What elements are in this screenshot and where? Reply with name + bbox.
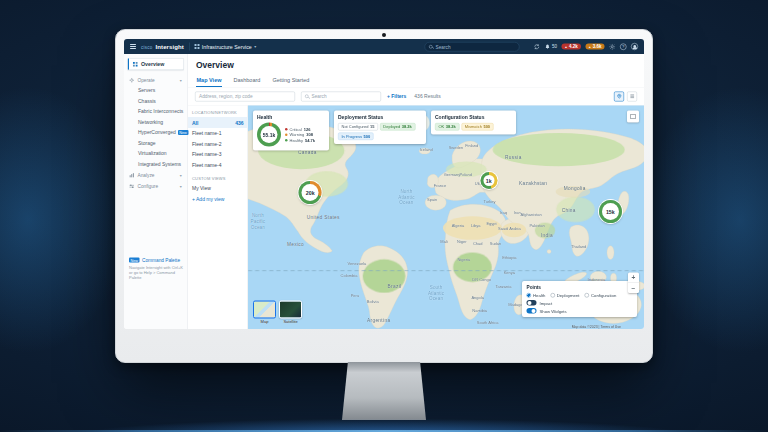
legend-dot (285, 133, 288, 136)
status-chip: In Progress 500 (338, 133, 374, 141)
monitor-stand (342, 362, 426, 420)
custom-view-item[interactable]: My View (188, 183, 248, 194)
sidebar-section-operate[interactable]: Operate ▼ (124, 74, 188, 85)
sidebar-item[interactable]: Servers (124, 85, 188, 96)
tab[interactable]: Map View (196, 75, 222, 87)
monitor-chin (124, 329, 644, 362)
satellite-thumbnail (279, 301, 302, 319)
fleet-item[interactable]: Fleet name-2 (188, 139, 248, 150)
toggle-row[interactable]: Show Widgets (527, 308, 633, 314)
chevron-down-icon: ▼ (179, 185, 182, 189)
help-icon[interactable]: ? (620, 43, 627, 50)
toggle-row[interactable]: Impact (527, 300, 633, 306)
map-thumbnail (253, 301, 276, 319)
warning-alarms-badge[interactable]: ▲ 3.6k (585, 44, 604, 50)
custom-views-header: CUSTOM VIEWS (188, 174, 248, 183)
points-option[interactable]: Deployment (550, 293, 579, 298)
points-option[interactable]: Health (527, 293, 546, 298)
cluster-marker[interactable]: 15k (599, 200, 622, 223)
brand: cisco Intersight (141, 43, 184, 50)
intersight-app: cisco Intersight Infrastructure Service … (124, 39, 644, 329)
search-icon (429, 45, 433, 49)
points-panel: Points Health Deployment (522, 281, 637, 317)
sidebar-item[interactable]: Chassis (124, 96, 188, 107)
fleet-item[interactable]: Fleet name-4 (188, 160, 248, 171)
points-title: Points (527, 285, 633, 291)
health-card: Health 55.1k Crit (253, 111, 329, 151)
tab-list: Map ViewDashboardGetting Started (188, 75, 644, 88)
legend-row: Warning 308 (285, 132, 315, 137)
health-total: 55.1k (263, 132, 276, 138)
configure-icon (129, 184, 135, 190)
sidebar-item-overview[interactable]: Overview (128, 58, 185, 70)
divider (189, 43, 190, 51)
configuration-card-title: Configuration Status (435, 115, 512, 121)
alert-icon: ▲ (565, 45, 568, 48)
refresh-icon[interactable] (534, 43, 541, 50)
fleet-item[interactable]: Fleet name-1 (188, 128, 248, 139)
address-input[interactable]: Address, region, zip code (195, 91, 295, 101)
zoom-in-button[interactable]: + (628, 273, 639, 283)
global-search-input[interactable]: Search (425, 42, 520, 52)
main-content: Overview Map ViewDashboardGetting Starte… (188, 54, 644, 329)
new-badge: New (178, 130, 189, 135)
radio-icon (527, 293, 532, 298)
zoom-out-button[interactable]: − (628, 283, 639, 293)
menu-icon[interactable] (130, 44, 136, 49)
toggle-switch[interactable] (527, 308, 537, 314)
fleet-item[interactable]: Fleet name-3 (188, 149, 248, 160)
status-chip: Not Configured 15 (338, 123, 378, 131)
user-avatar[interactable] (631, 43, 638, 50)
sidebar-item[interactable]: Virtualization (124, 148, 188, 159)
results-count: 436 Results (414, 94, 440, 100)
apps-grid-icon (194, 44, 199, 49)
tab[interactable]: Getting Started (272, 75, 310, 87)
fullscreen-icon (631, 114, 636, 119)
chevron-down-icon: ▾ (254, 44, 256, 49)
settings-gear-icon[interactable] (609, 43, 616, 50)
sidebar-item[interactable]: Integrated Systems (124, 159, 188, 170)
add-view-button[interactable]: + Add my view (188, 193, 248, 205)
deployment-card-title: Deployment Status (338, 115, 422, 121)
cluster-marker[interactable]: 1k (480, 172, 497, 189)
layer-control: Map Satellite (253, 301, 302, 325)
analyze-icon (129, 173, 135, 179)
sidebar-section-analyze[interactable]: Analyze ▼ (124, 169, 188, 180)
points-toggles: Impact Show Widgets (527, 300, 633, 314)
points-options: Health Deployment Configuration (527, 293, 633, 298)
filters-button[interactable]: + Filters (387, 94, 406, 100)
monitor-screen: cisco Intersight Infrastructure Service … (124, 39, 644, 329)
world-map[interactable]: CanadaUnited StatesMexicoVenezuelaColomb… (248, 106, 644, 330)
radio-icon (584, 293, 589, 298)
status-chip: OK 38.2k (435, 123, 459, 131)
service-name: Infrastructure Service (202, 44, 252, 50)
sidebar: Overview Operate ▼ Servers (124, 54, 188, 329)
service-switcher[interactable]: Infrastructure Service ▾ (194, 44, 256, 50)
points-option[interactable]: Configuration (584, 293, 616, 298)
cluster-marker[interactable]: 20k (299, 181, 322, 204)
notifications-bell[interactable]: 50 (545, 43, 558, 50)
sidebar-item[interactable]: HyperConverged New (124, 127, 188, 138)
toggle-switch[interactable] (527, 300, 537, 306)
map-layer-option[interactable]: Map (253, 301, 276, 325)
map-view-toggle[interactable] (614, 91, 624, 101)
sidebar-item[interactable]: Fabric Interconnects (124, 106, 188, 117)
all-count: 436 (235, 120, 243, 126)
deployment-chips: Not Configured 15 Deployed 38.2k In Prog… (338, 123, 422, 140)
search-input[interactable]: Search (301, 91, 381, 101)
tab[interactable]: Dashboard (233, 75, 261, 87)
operate-icon (129, 78, 135, 84)
page-title: Overview (196, 60, 636, 70)
sidebar-item[interactable]: Networking (124, 117, 188, 128)
list-view-toggle[interactable] (627, 91, 637, 101)
satellite-layer-option[interactable]: Satellite (279, 301, 302, 325)
alert-icon: ▲ (588, 45, 591, 48)
sidebar-section-configure[interactable]: Configure ▼ (124, 180, 188, 191)
sidebar-item[interactable]: Storage (124, 138, 188, 149)
health-legend: Critical 126 Warning 308 (285, 126, 315, 144)
fleet-filter-all[interactable]: All 436 (188, 117, 248, 128)
critical-alarms-badge[interactable]: ▲ 4.2k (562, 44, 581, 50)
command-palette-link[interactable]: Command Palette (142, 257, 180, 263)
configuration-chips: OK 38.2k Mismatch 500 (435, 123, 512, 131)
fullscreen-button[interactable] (627, 111, 639, 123)
